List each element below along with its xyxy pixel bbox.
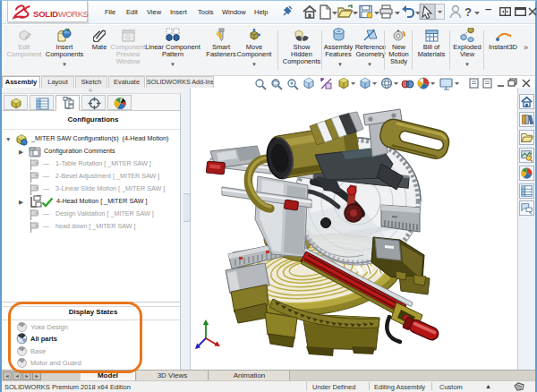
svg-text:WORKS: WORKS [58,9,89,19]
svg-text:?: ? [465,5,472,19]
svg-text:SOLID: SOLID [33,9,58,19]
svg-text:G: G [125,33,131,41]
